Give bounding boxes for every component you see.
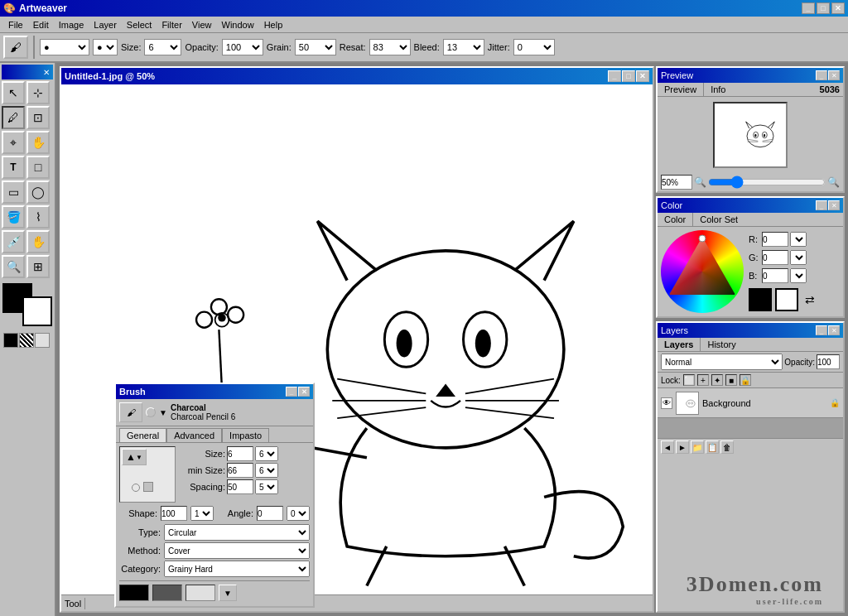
- preview-panel-close[interactable]: ✕: [828, 70, 840, 80]
- layers-nav-right[interactable]: ►: [676, 440, 689, 454]
- brush-tab-impasto[interactable]: Impasto: [222, 428, 269, 442]
- brush-method-select[interactable]: Cover Buildup Wet: [164, 542, 310, 559]
- eraser-tool[interactable]: ⊡: [26, 106, 50, 129]
- texture-box-3[interactable]: [186, 585, 215, 601]
- brush-tab-advanced[interactable]: Advanced: [166, 428, 222, 442]
- rect-select-tool[interactable]: ▭: [2, 180, 25, 204]
- menu-help[interactable]: Help: [259, 18, 288, 31]
- size-select[interactable]: 6: [144, 39, 181, 55]
- brush-select[interactable]: ●: [40, 39, 89, 55]
- gradient-tool[interactable]: ⌇: [26, 205, 50, 229]
- clone-tool[interactable]: ⌖: [2, 131, 25, 154]
- lock-transparency-btn[interactable]: ⬜: [683, 374, 695, 386]
- lock-extra-btn[interactable]: 🔒: [740, 374, 751, 386]
- texture-box-2[interactable]: [152, 585, 182, 601]
- brush-tab-general[interactable]: General: [119, 428, 166, 442]
- brush-size-select[interactable]: 6: [255, 446, 278, 461]
- preview-panel-minimize[interactable]: _: [816, 70, 827, 80]
- pattern-black[interactable]: [3, 333, 18, 348]
- brush-type-select[interactable]: Circular Flat Square: [164, 524, 310, 541]
- zoom-slider[interactable]: [708, 176, 826, 188]
- brush-prev-btn[interactable]: 🖌: [119, 402, 142, 422]
- color-wheel-container[interactable]: [661, 230, 744, 313]
- close-button[interactable]: ✕: [831, 2, 845, 14]
- layers-panel-close[interactable]: ✕: [828, 325, 840, 335]
- hand-tool[interactable]: ✋: [26, 230, 50, 253]
- bleed-select[interactable]: 13: [443, 39, 484, 55]
- text-tool[interactable]: T: [2, 156, 25, 179]
- g-select[interactable]: ▼: [790, 250, 807, 265]
- brush-shape-dropdown[interactable]: 100: [190, 506, 214, 521]
- zoom-fit-icon[interactable]: 🔍: [827, 176, 840, 188]
- history-tab[interactable]: History: [701, 338, 742, 351]
- color-fg-swatch[interactable]: [749, 288, 772, 311]
- color-tab[interactable]: Color: [658, 213, 693, 226]
- resat-select[interactable]: 83: [369, 39, 411, 55]
- brush-angle-input[interactable]: [257, 506, 283, 521]
- brush-panel-close[interactable]: ✕: [298, 387, 310, 397]
- grid-tool[interactable]: ⊞: [26, 255, 50, 278]
- brush-checkbox[interactable]: [143, 482, 153, 492]
- preview-tab[interactable]: Preview: [658, 83, 704, 96]
- maximize-button[interactable]: □: [817, 2, 830, 14]
- color-set-tab[interactable]: Color Set: [693, 213, 744, 226]
- select-tool[interactable]: ↖: [2, 81, 25, 104]
- brush-angle-dropdown[interactable]: 0: [287, 506, 310, 521]
- lock-all-btn[interactable]: ■: [725, 374, 737, 386]
- canvas-close[interactable]: ✕: [636, 70, 649, 82]
- color-panel-minimize[interactable]: _: [816, 200, 827, 210]
- zoom-search-icon[interactable]: 🔍: [694, 176, 706, 188]
- ellipse-tool[interactable]: ◯: [26, 180, 50, 204]
- menu-image[interactable]: Image: [54, 18, 89, 31]
- minimize-button[interactable]: _: [802, 2, 815, 14]
- brush-spacing-select[interactable]: 50: [255, 479, 278, 494]
- opacity-select[interactable]: 100: [222, 39, 263, 55]
- toolbox-close[interactable]: ✕: [43, 68, 50, 77]
- info-tab[interactable]: Info: [704, 83, 732, 96]
- shape-tool[interactable]: □: [26, 156, 50, 179]
- layer-opacity-input[interactable]: [817, 354, 840, 369]
- brush-shape-selector[interactable]: ▲ ▼: [122, 449, 147, 465]
- layer-mode-select[interactable]: Normal Multiply Screen: [661, 354, 783, 370]
- menu-window[interactable]: Window: [217, 18, 259, 31]
- brush-size-select[interactable]: ●: [93, 39, 118, 55]
- pattern-light[interactable]: [35, 333, 50, 348]
- brush-panel-minimize[interactable]: _: [286, 387, 297, 397]
- paint-bucket-tool[interactable]: 🪣: [2, 205, 25, 229]
- menu-select[interactable]: Select: [122, 18, 157, 31]
- g-input[interactable]: [762, 250, 788, 265]
- b-select[interactable]: ▼: [790, 268, 807, 283]
- layers-panel-minimize[interactable]: _: [816, 325, 827, 335]
- menu-layer[interactable]: Layer: [89, 18, 122, 31]
- layers-new-layer[interactable]: 📋: [706, 440, 719, 454]
- menu-file[interactable]: File: [3, 18, 28, 31]
- menu-filter[interactable]: Filter: [157, 18, 186, 31]
- color-swap-icon[interactable]: ⇄: [805, 293, 815, 306]
- r-select[interactable]: ▼: [790, 232, 807, 247]
- smudge-tool[interactable]: ✋: [26, 131, 50, 154]
- layers-nav-left[interactable]: ◄: [661, 440, 674, 454]
- pattern-hatched[interactable]: [19, 333, 34, 348]
- layer-item-background[interactable]: 👁 Background 🔒: [658, 388, 843, 418]
- layer-eye-icon[interactable]: 👁: [661, 397, 672, 409]
- canvas-minimize[interactable]: _: [608, 70, 621, 82]
- lock-move-btn[interactable]: ✦: [711, 374, 723, 386]
- brush-tool[interactable]: 🖊: [2, 106, 25, 129]
- zoom-input[interactable]: [661, 175, 692, 190]
- r-input[interactable]: [762, 232, 788, 247]
- eyedropper-tool[interactable]: 💉: [2, 230, 25, 253]
- brush-minsize-select[interactable]: 66: [255, 463, 278, 478]
- brush-minsize-input[interactable]: [227, 463, 253, 478]
- brush-size-input[interactable]: [227, 446, 253, 461]
- layers-delete[interactable]: 🗑: [720, 440, 734, 454]
- zoom-tool[interactable]: 🔍: [2, 255, 25, 278]
- color-wheel[interactable]: [661, 230, 744, 313]
- color-bg-swatch[interactable]: [775, 288, 798, 311]
- canvas-maximize[interactable]: □: [622, 70, 635, 82]
- brush-spacing-input[interactable]: [227, 479, 253, 494]
- brush-tool-button[interactable]: 🖌: [3, 36, 28, 59]
- menu-view[interactable]: View: [187, 18, 217, 31]
- grain-select[interactable]: 50: [295, 39, 336, 55]
- brush-shape-input[interactable]: [161, 506, 187, 521]
- texture-box-1[interactable]: [119, 585, 149, 601]
